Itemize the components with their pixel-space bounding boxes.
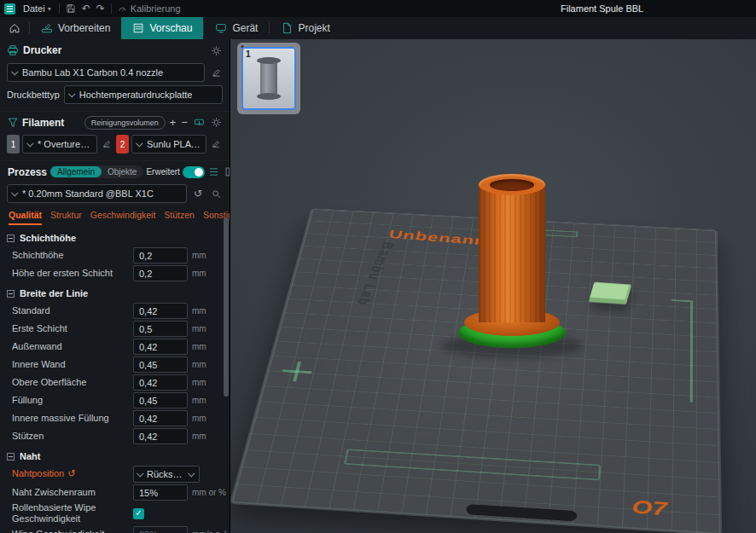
- tab-qualitaet[interactable]: Qualität: [9, 210, 42, 225]
- flush-volumes-button[interactable]: Reinigungsvolumen: [84, 116, 166, 130]
- edit-filament-1-icon[interactable]: [100, 137, 113, 151]
- setting-input[interactable]: 0,42: [133, 374, 188, 391]
- setting-input[interactable]: 0,2: [133, 247, 188, 264]
- tab-vorschau[interactable]: Vorschau: [121, 17, 203, 39]
- tab-projekt-label: Projekt: [298, 22, 329, 34]
- project-icon: [281, 22, 293, 34]
- tab-geschwindigkeit[interactable]: Geschwindigkeit: [90, 210, 155, 225]
- reset-setting-icon[interactable]: ↺: [67, 468, 75, 479]
- tab-struktur[interactable]: Struktur: [50, 210, 82, 225]
- edit-printer-icon[interactable]: [209, 66, 223, 79]
- collapse-section-icon[interactable]: [7, 290, 15, 298]
- setting-label: Standard: [12, 305, 133, 316]
- calibration-label: Kalibrierung: [131, 3, 181, 14]
- setting-input-disabled[interactable]: 80%: [133, 526, 188, 533]
- redo-icon[interactable]: ↷: [96, 3, 105, 14]
- setting-input[interactable]: 0,42: [133, 303, 188, 319]
- preset-row: * 0.20mm Standard @BBL X1C ↺: [0, 182, 230, 205]
- setting-checkbox[interactable]: ✓: [133, 508, 144, 519]
- tab-vorbereiten-label: Vorbereiten: [58, 22, 110, 34]
- setting-input[interactable]: 15%: [133, 484, 188, 501]
- filament-2-select[interactable]: Sunlu PLA Matall - ...: [131, 135, 206, 154]
- tab-projekt[interactable]: Projekt: [270, 17, 340, 39]
- setting-label: Außenwand: [12, 341, 133, 352]
- setting-unit: mm: [192, 324, 226, 333]
- tab-vorbereiten[interactable]: Vorbereiten: [30, 17, 121, 39]
- plate-front-marking: [344, 449, 601, 480]
- save-icon[interactable]: [66, 3, 76, 14]
- bambu-logo: O7: [631, 496, 667, 520]
- scrollbar-thumb[interactable]: [224, 217, 229, 397]
- setting-unit: mm: [192, 360, 226, 369]
- setting-unit: mm: [192, 396, 226, 405]
- chevron-down-icon: [11, 189, 18, 196]
- printer-gear-icon[interactable]: [209, 43, 223, 57]
- plate-thumbnail[interactable]: 1: [241, 47, 296, 110]
- calibration-button[interactable]: Kalibrierung: [118, 3, 181, 14]
- home-icon: [9, 22, 20, 34]
- printer-select[interactable]: Bambu Lab X1 Carbon 0.4 nozzle: [7, 63, 205, 82]
- collapse-section-icon[interactable]: [7, 235, 15, 242]
- section-title: Schichthöhe: [20, 233, 76, 243]
- setting-input[interactable]: 0,42: [133, 339, 188, 355]
- view-all-settings-icon[interactable]: [224, 165, 230, 179]
- tab-geraet-label: Gerät: [232, 22, 258, 34]
- bed-type-select[interactable]: Hochtemperaturdruckplatte: [64, 85, 223, 104]
- setting-input[interactable]: 0,5: [133, 321, 188, 337]
- setting-row: Schichthöhe 0,2 mm: [0, 246, 230, 264]
- setting-label: Rollenbasierte Wipe Geschwindigkeit: [12, 502, 133, 524]
- chevron-down-icon: [136, 140, 142, 147]
- remove-filament-button[interactable]: −: [180, 117, 189, 128]
- filament-1-badge[interactable]: 1: [7, 135, 20, 154]
- collapse-section-icon[interactable]: [7, 453, 15, 461]
- filament-1-name: * Overture PETG B...: [38, 139, 91, 149]
- app-logo[interactable]: [4, 3, 15, 14]
- setting-label: Füllung: [12, 395, 133, 406]
- window-title: Filament Spule BBL: [561, 0, 643, 17]
- add-filament-button[interactable]: +: [169, 117, 177, 128]
- setting-row: Naht Zwischenraum 15% mm or %: [0, 484, 230, 501]
- setting-input[interactable]: 0,42: [133, 410, 188, 426]
- filament-1-select[interactable]: * Overture PETG B...: [22, 135, 97, 154]
- model-prime-block[interactable]: [589, 282, 632, 305]
- filament-gear-icon[interactable]: [209, 116, 223, 130]
- tab-stuetzen[interactable]: Stützen: [164, 210, 195, 225]
- process-preset-select[interactable]: * 0.20mm Standard @BBL X1C: [7, 184, 187, 203]
- home-button[interactable]: [0, 17, 29, 39]
- section-title: Breite der Linie: [20, 288, 88, 298]
- reset-preset-icon[interactable]: ↺: [191, 187, 205, 200]
- setting-row: Füllung 0,45 mm: [0, 391, 230, 409]
- filament-2-badge[interactable]: 2: [116, 135, 129, 154]
- process-section-title: Prozess: [8, 166, 47, 178]
- edit-filament-2-icon[interactable]: [209, 137, 223, 151]
- setting-row: Erste Schicht 0,5 mm: [0, 320, 230, 338]
- setting-label: Naht Zwischenraum: [12, 487, 133, 498]
- chevron-down-icon: ▾: [48, 5, 51, 13]
- setting-unit: mm: [192, 432, 226, 441]
- setting-input[interactable]: 0,45: [133, 392, 188, 408]
- section-schichthoehe: Schichthöhe: [0, 227, 230, 246]
- process-objects-tab[interactable]: Objekte: [102, 166, 142, 177]
- menu-datei[interactable]: Datei ▾: [21, 3, 53, 14]
- compare-presets-icon[interactable]: [207, 165, 221, 179]
- tab-geraet[interactable]: Gerät: [204, 17, 269, 39]
- ams-sync-icon[interactable]: [192, 116, 206, 130]
- setting-unit: mm: [192, 378, 226, 387]
- device-icon: [215, 22, 227, 34]
- search-settings-icon[interactable]: [209, 187, 223, 200]
- sidebar-scrollbar[interactable]: [224, 217, 229, 530]
- model-spool[interactable]: [457, 167, 567, 372]
- settings-list: Schichthöhe Schichthöhe 0,2 mm Höhe der …: [0, 225, 230, 533]
- setting-unit: mm: [192, 414, 226, 423]
- undo-icon[interactable]: ↶: [82, 3, 90, 14]
- setting-input[interactable]: 0,45: [133, 356, 188, 373]
- divider: [59, 3, 60, 14]
- setting-input[interactable]: 0,2: [133, 265, 188, 281]
- section-naht: Naht: [0, 445, 230, 465]
- filament-section-title: Filament: [22, 117, 64, 129]
- advanced-toggle[interactable]: [183, 166, 205, 178]
- process-global-tab[interactable]: Allgemein: [50, 166, 102, 177]
- viewport-3d[interactable]: Unbenannt Bambu Lab O7 1: [230, 39, 756, 533]
- seam-position-select[interactable]: Rückseite: [133, 466, 200, 483]
- setting-input[interactable]: 0,42: [133, 428, 188, 444]
